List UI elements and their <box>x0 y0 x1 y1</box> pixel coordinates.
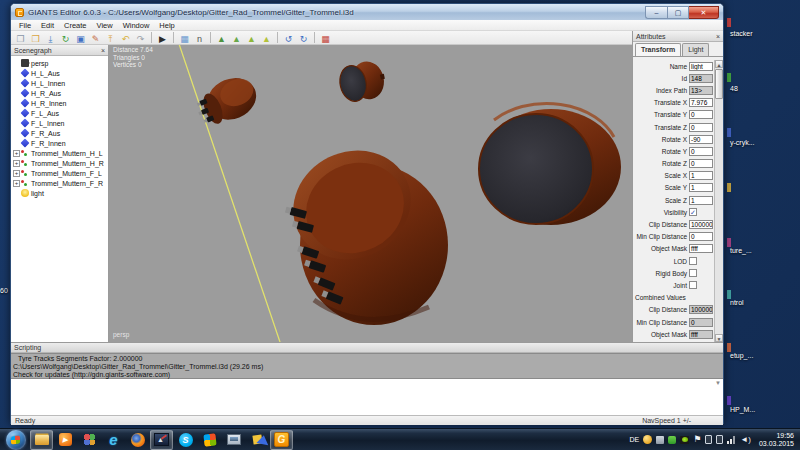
save-icon[interactable]: ▣ <box>73 32 88 44</box>
action-center-flag[interactable]: ⚑ <box>693 435 701 444</box>
terrain-foliage-icon[interactable]: ▲ <box>244 32 259 44</box>
desktop-icon-label[interactable]: etup_... <box>730 352 753 359</box>
field-input[interactable]: 0 <box>689 232 713 241</box>
workspace-app-icon[interactable] <box>246 430 269 450</box>
titlebar[interactable]: GIANTS Editor 6.0.3 - C:/Users/Wolfgang/… <box>11 4 723 20</box>
image-viewer-icon[interactable] <box>150 430 173 450</box>
field-input[interactable]: 0 <box>689 110 713 119</box>
internet-explorer-icon[interactable]: e <box>102 430 125 450</box>
media-player-icon[interactable] <box>54 430 77 450</box>
field-input[interactable]: light <box>689 62 713 71</box>
nvidia-tray-icon[interactable] <box>680 436 689 444</box>
field-input[interactable]: 1 <box>689 171 713 180</box>
scenegraph-item-trommel_muttern_f_l[interactable]: +Trommel_Muttern_F_L <box>11 168 108 178</box>
scenegraph-item-h_r_aus[interactable]: H_R_Aus <box>11 88 108 98</box>
field-input[interactable]: 0 <box>689 147 713 156</box>
redo-icon[interactable]: ↷ <box>133 32 148 44</box>
open-file-icon[interactable]: ❒ <box>28 32 43 44</box>
reload-shaders-icon[interactable]: ↻ <box>296 32 311 44</box>
import-icon[interactable]: ⤓ <box>43 32 58 44</box>
desktop-icon-label[interactable]: 60 <box>0 287 8 294</box>
scroll-down-icon[interactable]: ▼ <box>715 334 723 342</box>
scenegraph-close-icon[interactable]: × <box>101 47 105 54</box>
desktop-icon-label[interactable]: 48 <box>730 85 738 92</box>
desktop-icon-label[interactable]: y-cryk... <box>730 139 755 146</box>
scripting-log[interactable]: Tyre Tracks Segments Factor: 2.000000C:\… <box>11 353 723 379</box>
checkbox-visibility[interactable]: ✓ <box>689 208 697 216</box>
tab-light[interactable]: Light <box>682 43 709 56</box>
maximize-button[interactable]: ▢ <box>667 6 689 19</box>
coin-tray-icon[interactable] <box>643 435 652 444</box>
desktop-icon-label[interactable]: stacker <box>730 30 753 37</box>
scenegraph-item-f_l_aus[interactable]: F_L_Aus <box>11 108 108 118</box>
scenegraph-item-f_r_innen[interactable]: F_R_Innen <box>11 138 108 148</box>
language-indicator[interactable]: DE <box>630 436 640 443</box>
scripting-dropdown-icon[interactable]: ▼ <box>715 380 721 386</box>
close-button[interactable]: ✕ <box>689 6 719 19</box>
scenegraph-item-trommel_muttern_h_r[interactable]: +Trommel_Muttern_H_R <box>11 158 108 168</box>
reload-assets-icon[interactable]: ↺ <box>281 32 296 44</box>
network-icon[interactable] <box>727 436 736 444</box>
scenegraph-item-light[interactable]: light <box>11 188 108 198</box>
scroll-thumb[interactable] <box>715 69 723 99</box>
field-input[interactable]: 7.976 <box>689 98 713 107</box>
undo-icon[interactable]: ↶ <box>118 32 133 44</box>
expander-icon[interactable]: + <box>13 180 20 187</box>
save-as-icon[interactable]: ✎ <box>88 32 103 44</box>
play-icon[interactable]: ▶ <box>155 32 170 44</box>
export-icon[interactable]: ⤒ <box>103 32 118 44</box>
new-file-icon[interactable]: ❐ <box>13 32 28 44</box>
error-log-icon[interactable]: ▦ <box>318 32 333 44</box>
menu-file[interactable]: File <box>14 21 36 30</box>
tray-icon-a[interactable] <box>705 435 712 444</box>
refresh-icon[interactable]: ↻ <box>58 32 73 44</box>
windows-explorer-icon[interactable] <box>30 430 53 450</box>
attributes-close-icon[interactable]: × <box>716 33 720 40</box>
expander-icon[interactable]: + <box>13 160 20 167</box>
firefox-icon[interactable] <box>126 430 149 450</box>
tray-icon-b[interactable] <box>716 435 723 444</box>
terrain-sculpt-icon[interactable]: ▲ <box>214 32 229 44</box>
checkbox-joint[interactable] <box>689 281 697 289</box>
checkbox-rigid-body[interactable] <box>689 269 697 277</box>
app-tray-icon[interactable] <box>656 436 664 444</box>
field-input[interactable]: 0 <box>689 123 713 132</box>
field-input[interactable]: 1000000 <box>689 220 713 229</box>
expander-icon[interactable]: + <box>13 150 20 157</box>
scenegraph-item-h_l_aus[interactable]: H_L_Aus <box>11 68 108 78</box>
field-input[interactable]: -90 <box>689 135 713 144</box>
scripting-input[interactable]: ▼ <box>11 379 723 416</box>
desktop-icon-label[interactable]: ture_... <box>730 247 752 254</box>
scenegraph-item-f_r_aus[interactable]: F_R_Aus <box>11 128 108 138</box>
skype-icon[interactable]: S <box>174 430 197 450</box>
render-view-icon[interactable]: ▦ <box>177 32 192 44</box>
scenegraph-item-h_r_innen[interactable]: H_R_Innen <box>11 98 108 108</box>
taskbar-clock[interactable]: 19:56 03.03.2015 <box>755 432 800 448</box>
scenegraph-item-h_l_innen[interactable]: H_L_Innen <box>11 78 108 88</box>
scenegraph-item-f_l_innen[interactable]: F_L_Innen <box>11 118 108 128</box>
scroll-up-icon[interactable]: ▲ <box>715 60 723 68</box>
volume-icon[interactable]: ◄) <box>740 436 751 444</box>
field-input[interactable]: 1 <box>689 196 713 205</box>
desktop-icon-label[interactable]: HP_M... <box>730 406 755 413</box>
sync-tray-icon[interactable] <box>668 436 676 444</box>
terrain-smooth-icon[interactable]: ▲ <box>259 32 274 44</box>
field-input[interactable]: ffff <box>689 244 713 253</box>
menu-help[interactable]: Help <box>154 21 179 30</box>
tab-transform[interactable]: Transform <box>635 43 681 56</box>
colorful-app-icon[interactable] <box>78 430 101 450</box>
noise-tool-icon[interactable]: n <box>192 32 207 44</box>
menu-create[interactable]: Create <box>59 21 92 30</box>
menu-edit[interactable]: Edit <box>36 21 59 30</box>
scenegraph-item-trommel_muttern_f_r[interactable]: +Trommel_Muttern_F_R <box>11 178 108 188</box>
field-input[interactable]: 0 <box>689 159 713 168</box>
checkbox-lod[interactable] <box>689 257 697 265</box>
remote-desktop-icon[interactable] <box>222 430 245 450</box>
start-button-icon[interactable] <box>6 430 26 450</box>
attributes-scrollbar[interactable]: ▲ ▼ <box>714 60 723 342</box>
windows-flag-app-icon[interactable] <box>198 430 221 450</box>
giants-editor-icon[interactable]: G <box>270 430 293 450</box>
scenegraph-item-persp[interactable]: persp <box>11 58 108 68</box>
expander-icon[interactable]: + <box>13 170 20 177</box>
minimize-button[interactable]: – <box>645 6 667 19</box>
